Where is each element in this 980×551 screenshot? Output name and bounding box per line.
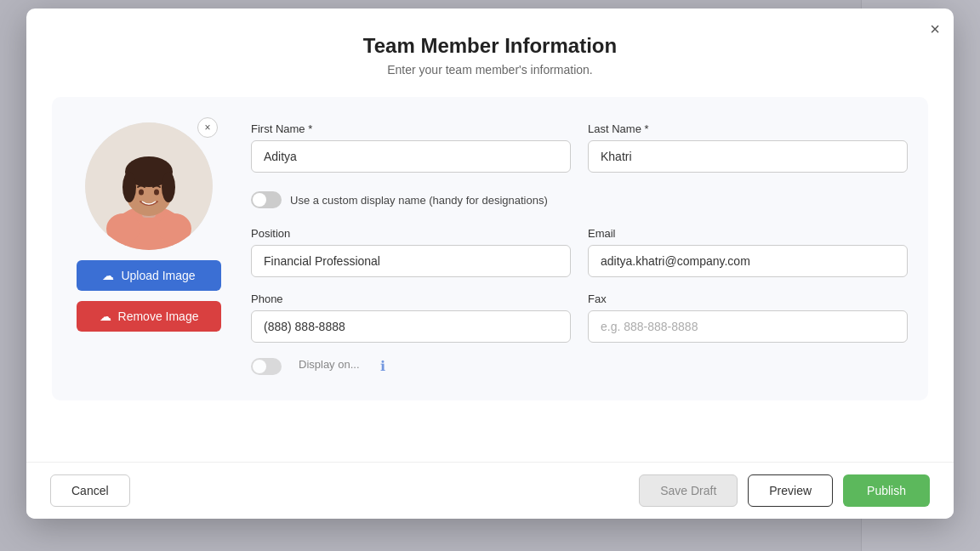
position-group: Position <box>251 227 571 277</box>
upload-image-label: Upload Image <box>121 269 195 282</box>
email-input[interactable] <box>588 245 908 277</box>
avatar-remove-button[interactable]: × <box>197 117 218 138</box>
avatar-image <box>85 122 213 250</box>
avatar-section: × <box>72 122 225 375</box>
last-name-group: Last Name * <box>588 122 908 173</box>
cloud-remove-icon: ☁ <box>100 310 111 323</box>
modal-title: Team Member Information <box>52 34 928 58</box>
save-draft-button[interactable]: Save Draft <box>639 474 738 507</box>
svg-point-10 <box>157 213 191 244</box>
fax-group: Fax <box>588 293 908 343</box>
first-name-input[interactable] <box>251 140 571 173</box>
email-label: Email <box>588 227 908 240</box>
form-card: × <box>52 97 928 400</box>
position-input[interactable] <box>251 245 571 277</box>
action-right-buttons: Save Draft Preview Publish <box>639 474 930 507</box>
fax-label: Fax <box>588 293 908 305</box>
phone-group: Phone <box>251 293 571 343</box>
form-section: First Name * Last Name * Use a custom di… <box>251 122 908 375</box>
remove-image-button[interactable]: ☁ Remove Image <box>77 301 221 332</box>
svg-point-5 <box>122 172 136 202</box>
preview-button[interactable]: Preview <box>748 474 833 507</box>
email-group: Email <box>588 227 908 277</box>
partial-label: Display on... <box>299 358 360 375</box>
custom-display-toggle-row: Use a custom display name (handy for des… <box>251 188 908 212</box>
phone-fax-row: Phone Fax <box>251 293 908 343</box>
fax-input[interactable] <box>588 310 908 343</box>
partial-row: Display on... ℹ <box>251 358 908 375</box>
custom-display-toggle[interactable] <box>251 191 282 208</box>
svg-point-8 <box>154 190 159 196</box>
last-name-label: Last Name * <box>588 122 908 135</box>
phone-label: Phone <box>251 293 571 305</box>
avatar-svg <box>85 122 213 250</box>
avatar-wrapper: × <box>85 122 213 250</box>
svg-point-6 <box>162 172 175 202</box>
phone-input[interactable] <box>251 310 571 343</box>
first-name-group: First Name * <box>251 122 571 173</box>
first-name-label: First Name * <box>251 122 571 135</box>
position-email-row: Position Email <box>251 227 908 277</box>
modal-container: × Team Member Information Enter your tea… <box>26 9 954 519</box>
position-label: Position <box>251 227 571 240</box>
partial-toggle[interactable] <box>251 358 282 375</box>
action-bar: Cancel Save Draft Preview Publish <box>26 462 954 519</box>
modal-backdrop: × Team Member Information Enter your tea… <box>0 0 980 551</box>
info-icon: ℹ <box>380 358 385 375</box>
svg-point-7 <box>139 190 144 196</box>
publish-button[interactable]: Publish <box>843 474 930 507</box>
cloud-upload-icon: ☁ <box>102 269 114 282</box>
last-name-input[interactable] <box>588 140 908 173</box>
custom-display-toggle-label: Use a custom display name (handy for des… <box>290 194 548 207</box>
upload-image-button[interactable]: ☁ Upload Image <box>77 260 221 291</box>
name-row: First Name * Last Name * <box>251 122 908 173</box>
modal-close-button[interactable]: × <box>930 20 940 37</box>
svg-point-9 <box>106 213 140 244</box>
remove-image-label: Remove Image <box>118 310 199 323</box>
cancel-button[interactable]: Cancel <box>50 474 130 507</box>
modal-subtitle: Enter your team member's information. <box>52 63 928 77</box>
